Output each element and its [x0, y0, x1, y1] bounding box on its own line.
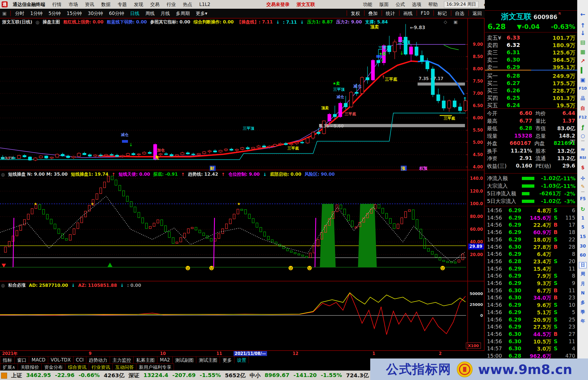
toolbar-60分钟[interactable]: 60分钟 — [106, 10, 127, 17]
money-icon[interactable]: $ — [577, 165, 588, 170]
refresh-icon[interactable]: ↻ — [577, 206, 588, 212]
toolbar-叠加[interactable]: 叠加 — [366, 10, 380, 17]
menu-item-公式[interactable]: 公式 — [392, 2, 409, 7]
tab-新用户福利专享[interactable]: 新用户福利专享 — [136, 363, 174, 371]
order-book-row[interactable]: 买一6.28249.9万 — [487, 72, 575, 80]
toolbar-15分钟[interactable]: 15分钟 — [64, 10, 85, 17]
period-month[interactable]: 月 — [577, 281, 588, 287]
tab-测试副图[interactable]: 测试副图 — [172, 356, 196, 364]
toolbar-F10[interactable]: F10 — [418, 10, 432, 17]
tab-私募主图[interactable]: 私募主图 — [133, 356, 157, 364]
period-multi[interactable]: 多 — [577, 300, 588, 306]
divider[interactable]: — — [577, 138, 588, 143]
circle-icon[interactable]: ○ — [577, 133, 588, 139]
menu-item-市场[interactable]: 市场 — [65, 2, 81, 7]
toolbar-30分钟[interactable]: 30分钟 — [85, 10, 106, 17]
tab-设置[interactable]: 设置 — [234, 356, 249, 364]
zixuan-icon[interactable]: 自 — [577, 105, 588, 111]
tab-CCI[interactable]: CCI — [73, 356, 87, 364]
toolbar-5分钟[interactable]: 5分钟 — [45, 10, 64, 17]
toolbar-月线[interactable]: 月线 — [158, 10, 173, 17]
tab-行业资讯[interactable]: 行业资讯 — [89, 363, 113, 371]
menu-item-帮助[interactable]: 帮助 — [425, 2, 441, 7]
period-day[interactable]: 日 — [579, 262, 587, 268]
window-icon[interactable]: ▣ — [0, 11, 9, 16]
period-week[interactable]: 周 — [577, 271, 588, 277]
tab-窗口[interactable]: 窗口 — [14, 356, 29, 364]
period-1[interactable]: 1 — [577, 215, 588, 221]
tab-扩展∧[interactable]: 扩展∧ — [0, 363, 18, 371]
tab-资金分布[interactable]: 资金分布 — [41, 363, 65, 371]
toolbar-周线[interactable]: 周线 — [142, 10, 158, 17]
menu-item-专题[interactable]: 专题 — [114, 2, 130, 7]
move-icon[interactable]: ✛ — [577, 175, 588, 182]
order-book-row[interactable]: 卖二6.30364.5万 — [487, 56, 575, 64]
down-arrow-icon[interactable]: ↓ — [577, 30, 588, 37]
period-n[interactable]: N — [577, 290, 588, 296]
header-icon[interactable]: ◇ — [444, 19, 447, 25]
toolbar-1分钟[interactable]: 1分钟 — [27, 10, 45, 17]
f12-icon[interactable]: F12 — [577, 115, 588, 119]
login-status[interactable]: 交易未登录 — [263, 1, 293, 8]
menu-item-热点[interactable]: 热点 — [179, 2, 196, 7]
toolbar-复权[interactable]: 复权 — [348, 10, 363, 17]
menu-item-选项[interactable]: 选项 — [409, 2, 425, 7]
back-arrow-icon[interactable]: ← — [577, 11, 588, 18]
divider[interactable]: — — [577, 189, 588, 194]
pencil-icon[interactable]: ✎ — [577, 184, 588, 189]
order-book-row[interactable]: 卖四6.32180.9万 — [487, 42, 575, 49]
toolbar-多周期[interactable]: 多周期 — [173, 10, 193, 17]
tab-互动问答[interactable]: 互动问答 — [112, 363, 136, 371]
rsi-icon[interactable]: RSI — [577, 156, 588, 160]
tab-MACD[interactable]: MACD — [29, 356, 48, 364]
tab-趋势动力[interactable]: 趋势动力 — [86, 356, 110, 364]
order-book-row[interactable]: 买二6.27175.5万 — [487, 80, 575, 87]
index-icon[interactable] — [1, 373, 7, 379]
order-book-row[interactable]: 买四6.25101.3万 — [487, 95, 575, 102]
tab-VOL-TDX[interactable]: VOL-TDX — [48, 356, 74, 364]
menu-item-版面[interactable]: 版面 — [376, 2, 392, 7]
structure-icon[interactable]: 品 — [577, 96, 588, 101]
order-book-row[interactable]: 卖五¥6.33101.7万 — [487, 34, 575, 42]
header-icon[interactable]: ▣ — [454, 19, 458, 25]
tab-指标[interactable]: 指标 — [0, 356, 15, 364]
order-book-row[interactable]: 买五6.2419.5万 — [487, 102, 575, 109]
tab-MA2[interactable]: MA2 — [157, 356, 173, 364]
menu-item-数据[interactable]: 数据 — [98, 2, 114, 7]
quote-list-icon[interactable]: ▦ — [577, 48, 588, 55]
toolbar-统计[interactable]: 统计 — [383, 10, 398, 17]
order-book-row[interactable]: 买三6.26228.7万 — [487, 87, 575, 95]
toolbar-画线[interactable]: 画线 — [401, 10, 415, 17]
period-5[interactable]: 5 — [577, 224, 588, 230]
f5-icon[interactable]: F5 — [577, 196, 588, 201]
formula-icon[interactable]: ƒ — [577, 124, 588, 130]
toolbar-分时[interactable]: 分时 — [12, 10, 27, 17]
menu-item-发现[interactable]: 发现 — [130, 2, 147, 7]
tab-测试主图[interactable]: 测试主图 — [196, 356, 220, 364]
news-icon[interactable]: ▣ — [577, 77, 588, 83]
toolbar-日线[interactable]: 日线 — [127, 10, 142, 17]
period-15[interactable]: 15 — [577, 234, 588, 239]
menu-item-交易[interactable]: 交易 — [147, 2, 163, 7]
menu-item-行情[interactable]: 行情 — [49, 2, 65, 7]
report-icon[interactable]: ▤ — [577, 39, 588, 45]
toolbar-更多▾[interactable]: 更多▾ — [193, 10, 210, 17]
period-year[interactable]: 年 — [577, 318, 588, 324]
toolbar-自选[interactable]: 自选 — [452, 10, 467, 17]
menu-item-L1L2[interactable]: L1L2 — [196, 2, 214, 7]
period-30[interactable]: 30 — [577, 244, 588, 249]
toolbar-返回[interactable]: 返回 — [470, 10, 485, 17]
period-60[interactable]: 60 — [577, 253, 588, 258]
tab-更多[interactable]: 更多 — [220, 356, 234, 364]
order-book-row[interactable]: 卖三6.31125.6万 — [487, 49, 575, 56]
kline-icon[interactable]: ▍ — [577, 67, 588, 74]
line-chart-icon[interactable]: ↗ — [577, 58, 588, 64]
f10-icon[interactable]: F10 — [577, 86, 588, 90]
menu-item-资讯[interactable]: 资讯 — [81, 2, 98, 7]
tab-主力监控[interactable]: 主力监控 — [110, 356, 134, 364]
tab-关联报价[interactable]: 关联报价 — [18, 363, 42, 371]
menu-item-行业[interactable]: 行业 — [163, 2, 179, 7]
menu-stock-name[interactable]: 浙文互联 — [293, 1, 319, 8]
up-arrow-icon[interactable]: ↑ — [577, 22, 588, 29]
menu-item-功能[interactable]: 功能 — [360, 2, 376, 7]
